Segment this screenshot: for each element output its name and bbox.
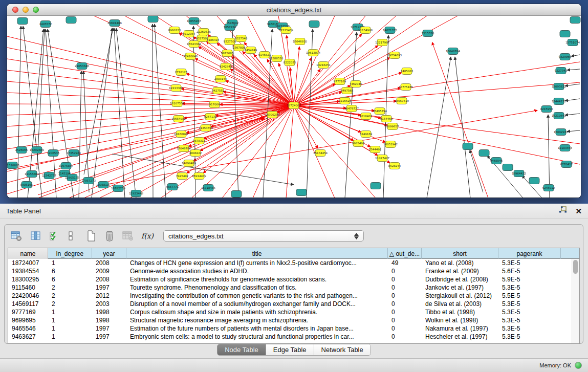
table-panel-header: Table Panel ✕ bbox=[0, 204, 588, 219]
graph-node-label: 19654982 bbox=[171, 117, 186, 120]
trash-icon bbox=[104, 230, 115, 242]
table-select-value: citations_edges.txt bbox=[168, 232, 224, 240]
table-panel: Table Panel ✕ bbox=[0, 204, 588, 372]
fx-icon: f(x) bbox=[141, 232, 154, 240]
graph-node[interactable] bbox=[148, 16, 158, 23]
graph-node-label: 19734693 bbox=[387, 54, 402, 57]
graph-node[interactable] bbox=[309, 21, 319, 28]
table-toolbar: f(x) citations_edges.txt bbox=[9, 227, 364, 245]
graph-node-label: 10958107 bbox=[96, 183, 111, 186]
table-row[interactable]: 977716911998Corpus callosum shape and si… bbox=[8, 308, 579, 316]
table-row[interactable]: 946554611997Estimation of the future num… bbox=[8, 324, 579, 333]
close-panel-icon[interactable]: ✕ bbox=[575, 207, 582, 215]
graph-node[interactable] bbox=[560, 31, 570, 37]
graph-node-label: 5905195 bbox=[20, 183, 33, 186]
close-window-button[interactable] bbox=[12, 7, 18, 13]
table-cell-out_degree: 0 bbox=[388, 325, 422, 332]
column-header-short[interactable]: short bbox=[422, 248, 498, 259]
table-row[interactable]: 946362711997Embryonic stem cells: a mode… bbox=[8, 333, 579, 341]
graph-node-label: 8099657 bbox=[386, 125, 399, 128]
graph-node[interactable] bbox=[503, 164, 513, 171]
column-header-year[interactable]: year bbox=[92, 248, 126, 259]
graph-node[interactable] bbox=[66, 17, 76, 24]
table-scrollbar[interactable] bbox=[572, 259, 579, 343]
table-cell-in_degree: 1 bbox=[48, 317, 92, 324]
table-row[interactable]: 911546021997Tourette syndrome. Phenomeno… bbox=[8, 283, 579, 292]
table-row[interactable]: 1938455462009Genome-wide association stu… bbox=[8, 267, 579, 275]
graph-node-label: 3216525 bbox=[339, 99, 352, 102]
table-cell-name: 9777169 bbox=[8, 309, 48, 316]
graph-node-label: 12213383 bbox=[169, 86, 183, 90]
column-header-title[interactable]: title bbox=[126, 248, 388, 259]
graph-node-label: 12905135 bbox=[65, 176, 79, 179]
graph-node[interactable] bbox=[529, 178, 539, 184]
table-select[interactable]: citations_edges.txt bbox=[163, 230, 364, 242]
table-settings-button[interactable] bbox=[9, 228, 24, 244]
table-cell-name: 18300295 bbox=[8, 276, 48, 283]
table-cell-pagerank: 5.9E-5 bbox=[498, 276, 561, 283]
minimize-window-button[interactable] bbox=[23, 7, 29, 13]
tab-edge-table[interactable]: Edge Table bbox=[266, 344, 314, 355]
graph-node-label: 16543382 bbox=[187, 42, 201, 46]
float-panel-icon[interactable] bbox=[559, 206, 567, 216]
table-row[interactable]: 1830029562008Estimation of significance … bbox=[8, 275, 579, 283]
table-cell-short: Franke et al. (2009) bbox=[422, 268, 498, 275]
graph-node-label: 14099489 bbox=[182, 162, 196, 165]
table-cell-pagerank: 5.3E-5 bbox=[498, 317, 561, 324]
table-cell-out_degree: 49 bbox=[388, 259, 422, 267]
graph-node-label: 11353594 bbox=[199, 126, 213, 129]
table-cell-pagerank: 5.5E-5 bbox=[498, 292, 561, 299]
column-header-pagerank[interactable]: pagerank bbox=[498, 248, 561, 259]
window-titlebar[interactable]: citations_edges.txt bbox=[7, 4, 581, 16]
graph-node-label: 9857771 bbox=[166, 185, 179, 188]
table-cell-short: Wolkin et al. (1998) bbox=[422, 317, 498, 324]
window-title: citations_edges.txt bbox=[267, 6, 322, 14]
graph-node-label: 21053346 bbox=[75, 64, 89, 68]
toggle-rows-button[interactable] bbox=[63, 228, 78, 244]
graph-node[interactable] bbox=[463, 143, 473, 150]
graph-node[interactable] bbox=[17, 18, 28, 25]
network-graph-canvas[interactable]: 2405572206914061065528715276029466160107… bbox=[7, 16, 581, 198]
create-column-button[interactable] bbox=[83, 228, 99, 244]
graph-node-label: 18724007 bbox=[287, 104, 301, 107]
graph-node-label: 17046786 bbox=[177, 147, 191, 150]
table-cell-name: 9699695 bbox=[8, 317, 48, 324]
table-cell-in_degree: 1 bbox=[48, 259, 92, 267]
table-cell-title: Disruption of a novel member of a sodium… bbox=[126, 300, 388, 308]
zoom-window-button[interactable] bbox=[33, 7, 39, 13]
table-row[interactable]: 2242004622012Investigating the contribut… bbox=[8, 292, 579, 300]
delete-table-button[interactable] bbox=[120, 228, 136, 244]
graph-node-label: 9465546 bbox=[490, 159, 503, 162]
graph-node-label: 15751074 bbox=[565, 41, 580, 44]
show-columns-button[interactable] bbox=[28, 228, 43, 244]
column-header-name[interactable]: name bbox=[8, 248, 48, 259]
graph-node-label: 9985492 bbox=[352, 142, 365, 145]
function-builder-button[interactable]: f(x) bbox=[140, 228, 155, 244]
table-cell-name: 9463627 bbox=[8, 333, 48, 340]
table-row[interactable]: 1456911722003Disruption of a novel membe… bbox=[8, 300, 579, 308]
table-row[interactable]: 969969511998Structural magnetic resonanc… bbox=[8, 316, 579, 324]
tab-node-table[interactable]: Node Table bbox=[217, 344, 266, 355]
column-header-out_degree[interactable]: △ out_de... bbox=[388, 248, 422, 259]
network-view[interactable]: 2405572206914061065528715276029466160107… bbox=[7, 16, 581, 198]
graph-node[interactable] bbox=[371, 183, 381, 189]
graph-node-label: 16107554 bbox=[170, 102, 184, 105]
select-columns-button[interactable] bbox=[47, 228, 62, 244]
delete-column-button[interactable] bbox=[102, 228, 117, 244]
graph-node-label: 1206535 bbox=[47, 151, 60, 155]
table-cell-in_degree: 1 bbox=[48, 325, 92, 332]
table-cell-year: 1997 bbox=[92, 325, 126, 332]
graph-node[interactable] bbox=[570, 17, 580, 24]
table-cell-pagerank: 5.3E-5 bbox=[498, 300, 561, 308]
table-row[interactable]: 1872400712008Changes of HCN gene express… bbox=[8, 259, 579, 267]
graph-node[interactable] bbox=[231, 191, 242, 198]
tab-network-table[interactable]: Network Table bbox=[314, 344, 371, 355]
table-scrollbar-thumb[interactable] bbox=[573, 260, 578, 274]
graph-node-label: 2718126 bbox=[175, 71, 188, 74]
graph-node[interactable] bbox=[479, 150, 489, 157]
column-header-in_degree[interactable]: in_degree bbox=[48, 248, 92, 259]
table-panel-title: Table Panel bbox=[6, 207, 41, 215]
graph-node-label: 9878312 bbox=[193, 139, 206, 142]
graph-node[interactable] bbox=[296, 189, 307, 196]
table-cell-pagerank: 5.3E-5 bbox=[498, 284, 561, 291]
